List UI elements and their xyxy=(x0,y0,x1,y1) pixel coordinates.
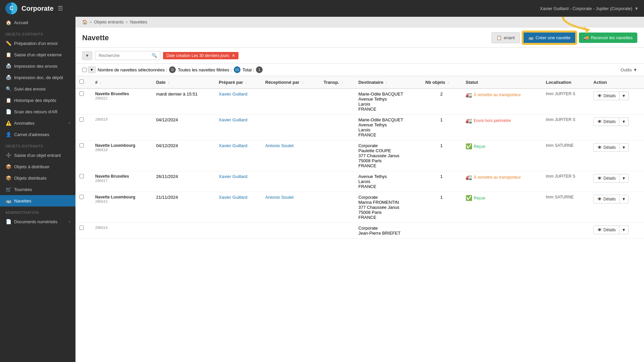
row-num-2: 286618 xyxy=(95,148,148,152)
status-text-3: À remettre au transporteur xyxy=(474,175,521,180)
sidebar-item-saisie-externe[interactable]: 📋 Saisie d'un objet externe xyxy=(0,49,75,60)
select-all-checkbox[interactable] xyxy=(82,68,87,72)
row-checkbox-4 xyxy=(75,192,91,223)
hamburger-icon[interactable]: ☰ xyxy=(58,5,63,12)
row-check-1[interactable] xyxy=(79,117,84,122)
search-submit-btn[interactable]: 🔍 xyxy=(149,51,160,60)
col-receptionne[interactable]: Réceptionné par ↕ xyxy=(261,76,320,88)
sidebar-item-suivi[interactable]: 🔍 Suivi des envois xyxy=(0,83,75,95)
row-check-4[interactable] xyxy=(79,195,84,199)
sidebar-item-tournees[interactable]: 🛒 Tournées xyxy=(0,184,75,195)
filter-tag-date-label: Date création xyxy=(166,53,190,58)
action-split-btn-1[interactable]: ▼ xyxy=(620,117,629,126)
sidebar-label-suivi: Suivi des envois xyxy=(14,86,46,92)
total-label: Total : xyxy=(243,67,254,72)
sidebar-label-historique: Historique des dépôts xyxy=(14,98,56,103)
history-icon: 📋 xyxy=(5,98,11,103)
topbar-user: Xavier Guillard - Corporate - Jupiter (C… xyxy=(540,6,639,11)
sidebar-item-saisie-entrant[interactable]: ➕ Saisie d'un objet entrant xyxy=(0,149,75,161)
tools-label: Outils xyxy=(621,67,632,72)
row-destinataire-3: Avenue TethysLaroisFRANCE xyxy=(354,171,421,192)
row-date-2: 04/12/2024 xyxy=(152,140,215,171)
sidebar-section-admin: ADMINISTRATION xyxy=(0,206,75,216)
action-details-btn-0[interactable]: 👁️ Détails xyxy=(593,92,620,100)
row-id-4: Navette Luxembourg 286615 xyxy=(91,192,152,223)
col-date[interactable]: Date ↕ xyxy=(152,76,215,88)
row-action-2: 👁️ Détails ▼ xyxy=(589,140,644,171)
action-details-btn-3[interactable]: 👁️ Détails xyxy=(593,174,620,183)
table-row: 286614 CorporateJean-Pierre BRIEFET 👁️ D… xyxy=(75,223,644,239)
sidebar-item-accueil[interactable]: 🏠 Accueil xyxy=(0,17,75,28)
sidebar-item-impression-depot[interactable]: 🖨️ Impression doc. de dépôt xyxy=(0,72,75,83)
recevoir-icon: 🚚 xyxy=(584,35,589,40)
row-transp-3 xyxy=(320,171,355,192)
header-checkbox[interactable] xyxy=(79,79,84,84)
breadcrumb-home-icon[interactable]: 🏠 xyxy=(82,19,88,24)
col-nb-objets[interactable]: Nb objets ↕ xyxy=(421,76,462,88)
action-split-btn-3[interactable]: ▼ xyxy=(620,174,629,183)
filter-tag-remove-icon[interactable]: ✕ xyxy=(232,53,235,58)
creer-navette-button[interactable]: 🚌 Créer une navette xyxy=(523,32,576,44)
sidebar-item-impression-envois[interactable]: 🖨️ Impression des envois xyxy=(0,60,75,72)
row-name-4: Navette Luxembourg xyxy=(95,195,148,199)
sidebar-item-documents[interactable]: 📄 Documents numérisés ‹ xyxy=(0,216,75,227)
sidebar-label-scan: Scan des retours d'AR xyxy=(14,109,58,114)
recevoir-navettes-button[interactable]: 🚚 Recevoir les navettes xyxy=(579,33,637,43)
filter-dropdown-btn[interactable]: ▼ xyxy=(82,51,92,60)
box-icon-2: 📦 xyxy=(5,175,11,181)
row-destinataire-0: Marie-Odile BACQUETAvenue TethysLaroisFR… xyxy=(354,88,421,115)
anomalies-arrow: ‹ xyxy=(69,121,70,125)
sidebar-item-historique[interactable]: 📋 Historique des dépôts xyxy=(0,95,75,106)
select-dropdown[interactable]: ▼ xyxy=(88,66,96,73)
row-check-0[interactable] xyxy=(79,92,84,96)
row-receptionne-0 xyxy=(261,88,320,115)
row-check-5[interactable] xyxy=(79,226,84,230)
sidebar-item-navettes[interactable]: 🚌 Navettes xyxy=(0,195,75,206)
col-destinataire[interactable]: Destinataire ↕ xyxy=(354,76,421,88)
select-all-wrapper: ▼ xyxy=(82,66,96,73)
col-id[interactable]: # ↕ xyxy=(91,76,152,88)
row-nb-objets-5 xyxy=(421,223,462,239)
action-details-btn-4[interactable]: 👁️ Détails xyxy=(593,195,620,203)
sidebar-item-scan[interactable]: 📄 Scan des retours d'AR xyxy=(0,106,75,117)
button-tenant[interactable]: 📋 enant xyxy=(491,32,520,43)
row-check-2[interactable] xyxy=(79,143,84,147)
row-transp-4 xyxy=(320,192,355,223)
sidebar-item-preparation[interactable]: ✏️ Préparation d'un envoi xyxy=(0,38,75,49)
action-split-btn-4[interactable]: ▼ xyxy=(620,195,629,203)
search-input[interactable] xyxy=(95,51,149,60)
row-statut-5 xyxy=(462,223,542,239)
page-header: Navette 📋 enant 🚌 Créer une navette xyxy=(75,27,644,48)
sidebar-label-anomalies: Anomalies xyxy=(14,121,35,126)
tools-button[interactable]: Outils ▼ xyxy=(621,67,637,72)
sidebar-label-preparation: Préparation d'un envoi xyxy=(14,41,58,46)
header-buttons: 📋 enant 🚌 Créer une navette 🚚 Recevoir l… xyxy=(491,32,637,44)
action-details-btn-1[interactable]: 👁️ Détails xyxy=(593,117,620,126)
row-check-3[interactable] xyxy=(79,174,84,178)
breadcrumb-item-1[interactable]: Objets entrants xyxy=(94,19,123,24)
cart-icon: 🛒 xyxy=(5,187,11,192)
col-transp[interactable]: Transp. ↕ xyxy=(320,76,355,88)
sidebar-label-carnet: Carnet d'adresses xyxy=(14,132,49,137)
table-row: Navette Luxembourg 286615 21/11/2024 Xav… xyxy=(75,192,644,223)
action-details-btn-2[interactable]: 👁️ Détails xyxy=(593,143,620,152)
doc-icon: 📄 xyxy=(5,219,11,224)
sidebar-item-objets-distribues[interactable]: 📦 Objets distribués xyxy=(0,172,75,184)
row-prepare-4: Xavier Guillard xyxy=(215,192,261,223)
main-layout: 🏠 Accueil OBJETS SORTANTS ✏️ Préparation… xyxy=(0,17,644,362)
action-details-btn-5[interactable]: 👁️ Détails xyxy=(593,226,620,234)
action-split-btn-0[interactable]: ▼ xyxy=(620,92,629,100)
col-localisation: Localisation xyxy=(542,76,589,88)
table-row: Navette Bruxelles 286617 26/11/2024 Xavi… xyxy=(75,171,644,192)
action-split-btn-5[interactable]: ▼ xyxy=(620,226,629,234)
sidebar-item-carnet[interactable]: 👤 Carnet d'adresses xyxy=(0,129,75,140)
sidebar-item-anomalies[interactable]: ⚠️ Anomalies ‹ xyxy=(0,117,75,129)
row-nb-objets-4: 1 xyxy=(421,192,462,223)
dropdown-icon[interactable]: ▼ xyxy=(634,6,639,11)
row-action-4: 👁️ Détails ▼ xyxy=(589,192,644,223)
col-prepare[interactable]: Préparé par ↕ xyxy=(215,76,261,88)
action-split-btn-2[interactable]: ▼ xyxy=(620,143,629,152)
sidebar-item-objets-distribuer[interactable]: 📦 Objets à distribuer xyxy=(0,161,75,172)
breadcrumb-item-2[interactable]: Navettes xyxy=(130,19,147,24)
filter-tag-date[interactable]: Date création Les 30 derniers jours ✕ xyxy=(163,52,238,59)
